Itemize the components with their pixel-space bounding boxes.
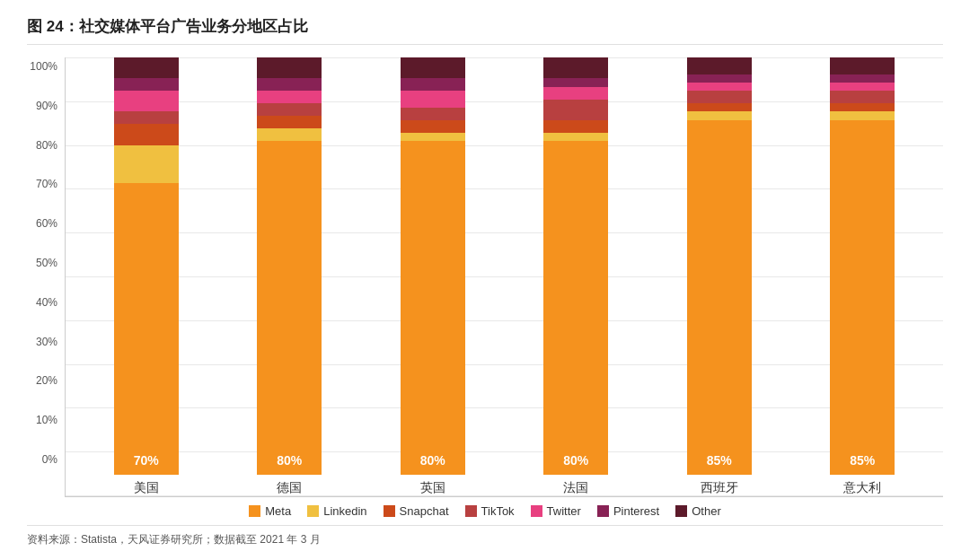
bars-group: 70%美国80%德国80%英国80%法国85%西班牙85%意大利 — [66, 57, 943, 496]
y-axis-label: 60% — [36, 218, 57, 229]
bar-segment-meta — [543, 141, 608, 475]
bar-value-label: 80% — [563, 453, 588, 468]
bar-segment-other — [830, 57, 895, 74]
bar-segment-snapchat — [401, 120, 465, 133]
x-axis-label: 意大利 — [843, 480, 881, 496]
bar-segment-tiktok — [830, 91, 895, 103]
bar-segment-snapchat — [114, 124, 179, 144]
bar-segment-pinterest — [687, 74, 752, 83]
y-axis-label: 90% — [36, 101, 57, 111]
bar-stack: 80% — [257, 57, 322, 475]
bar-value-label: 80% — [420, 453, 445, 468]
legend-item-linkedin: Linkedin — [307, 504, 366, 518]
bar-segment-other — [401, 57, 465, 78]
y-axis-label: 70% — [36, 179, 57, 189]
bar-segment-meta — [114, 183, 179, 476]
bar-segment-tiktok — [687, 91, 752, 103]
y-axis: 0%10%20%30%40%50%60%70%80%90%100% — [27, 57, 65, 497]
legend-item-twitter: Twitter — [531, 504, 581, 518]
y-axis-label: 100% — [30, 61, 57, 72]
bar-column: 80%德国 — [257, 57, 322, 496]
legend-label: Pinterest — [613, 504, 659, 518]
bar-segment-other — [687, 57, 752, 74]
bar-column: 85%西班牙 — [687, 57, 752, 496]
chart-area: 0%10%20%30%40%50%60%70%80%90%100% 70%美国8… — [27, 57, 943, 497]
bar-segment-meta — [257, 141, 322, 475]
source-text: 资料来源：Statista，天风证券研究所；数据截至 2021 年 3 月 — [27, 525, 943, 547]
y-axis-label: 20% — [36, 375, 57, 386]
bar-segment-other — [543, 57, 608, 78]
bar-segment-snapchat — [830, 103, 895, 111]
legend-label: Twitter — [547, 504, 581, 518]
bar-segment-meta — [830, 120, 895, 475]
bar-segment-linkedin — [830, 111, 895, 119]
bar-stack: 80% — [401, 57, 465, 475]
bar-segment-pinterest — [114, 78, 179, 91]
x-axis-label: 法国 — [563, 480, 588, 496]
bar-stack: 85% — [687, 57, 752, 475]
bar-segment-snapchat — [543, 120, 608, 133]
bar-segment-pinterest — [257, 78, 322, 91]
chart-title: 图 24：社交媒体平台广告业务分地区占比 — [27, 16, 943, 45]
bar-segment-twitter — [687, 83, 752, 91]
y-axis-label: 50% — [36, 258, 57, 268]
legend-label: Linkedin — [323, 504, 366, 518]
legend: MetaLinkedinSnapchatTikTokTwitterPintere… — [27, 504, 943, 518]
bar-segment-linkedin — [401, 133, 465, 141]
y-axis-label: 10% — [36, 415, 57, 425]
legend-label: TikTok — [481, 504, 515, 518]
legend-item-pinterest: Pinterest — [597, 504, 659, 518]
legend-label: Meta — [265, 504, 291, 518]
y-axis-label: 0% — [42, 454, 57, 465]
legend-color-swatch — [465, 505, 477, 517]
legend-color-swatch — [384, 505, 395, 517]
bars-container: 70%美国80%德国80%英国80%法国85%西班牙85%意大利 — [65, 57, 943, 497]
bar-stack: 80% — [543, 57, 608, 475]
bar-column: 70%美国 — [114, 57, 179, 496]
bar-segment-tiktok — [114, 111, 179, 124]
legend-label: Snapchat — [400, 504, 449, 518]
page-container: 图 24：社交媒体平台广告业务分地区占比 0%10%20%30%40%50%60… — [0, 0, 970, 560]
x-axis-label: 西班牙 — [701, 480, 738, 496]
legend-item-other: Other — [675, 504, 721, 518]
x-axis-label: 英国 — [420, 480, 445, 496]
bar-segment-meta — [401, 141, 465, 475]
bar-segment-meta — [687, 120, 752, 475]
bar-segment-twitter — [830, 83, 895, 91]
legend-item-meta: Meta — [249, 504, 291, 518]
bar-value-label: 80% — [277, 453, 302, 468]
legend-item-snapchat: Snapchat — [384, 504, 449, 518]
bar-segment-tiktok — [401, 108, 465, 120]
bar-segment-tiktok — [543, 100, 608, 120]
bar-column: 80%法国 — [543, 57, 608, 496]
bar-segment-other — [257, 57, 322, 78]
bar-segment-twitter — [401, 91, 465, 108]
y-axis-label: 80% — [36, 140, 57, 151]
bar-segment-other — [114, 57, 179, 78]
bar-segment-linkedin — [257, 128, 322, 141]
bar-stack: 70% — [114, 57, 179, 475]
bar-column: 85%意大利 — [830, 57, 895, 496]
bars-row: 70%美国80%德国80%英国80%法国85%西班牙85%意大利 — [65, 57, 943, 497]
bar-column: 80%英国 — [401, 57, 465, 496]
bar-segment-pinterest — [543, 78, 608, 86]
bar-segment-twitter — [257, 91, 322, 103]
bar-value-label: 85% — [850, 453, 875, 468]
legend-color-swatch — [531, 505, 542, 517]
legend-color-swatch — [597, 505, 609, 517]
bar-segment-pinterest — [830, 74, 895, 83]
bar-segment-linkedin — [543, 133, 608, 141]
legend-color-swatch — [675, 505, 687, 517]
bar-segment-snapchat — [687, 103, 752, 111]
legend-color-swatch — [249, 505, 260, 517]
y-axis-label: 40% — [36, 297, 57, 308]
bar-segment-linkedin — [687, 111, 752, 119]
x-axis-label: 美国 — [134, 480, 159, 496]
legend-label: Other — [692, 504, 721, 518]
bar-segment-pinterest — [401, 78, 465, 91]
y-axis-label: 30% — [36, 337, 57, 347]
x-axis-label: 德国 — [277, 480, 302, 496]
bar-segment-linkedin — [114, 145, 179, 183]
bar-value-label: 70% — [134, 453, 159, 468]
bar-segment-snapchat — [257, 116, 322, 128]
